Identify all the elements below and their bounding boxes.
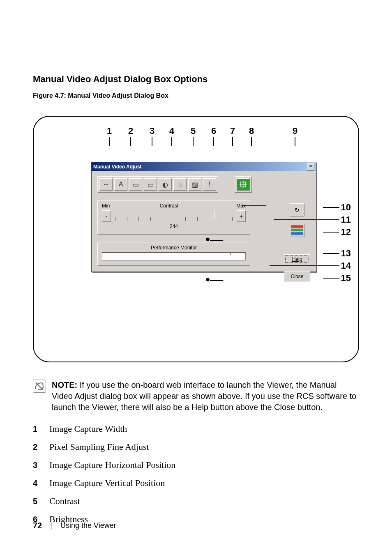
decrement-button[interactable]: - bbox=[102, 210, 111, 222]
contrast-icon[interactable]: ◐ bbox=[159, 178, 172, 191]
callout-2: 2 bbox=[128, 126, 133, 136]
callout-14: 14 bbox=[341, 260, 351, 271]
performance-bar bbox=[102, 252, 246, 260]
callout-15: 15 bbox=[341, 273, 351, 283]
list-num: 5 bbox=[33, 497, 39, 506]
toolbar-group-right bbox=[235, 176, 252, 193]
manual-video-adjust-dialog: Manual Video Adjust × ↔ A ▭ ▭ ◐ ☼ ▨ ! bbox=[91, 162, 316, 272]
figure-caption: Figure 4.7: Manual Video Adjust Dialog B… bbox=[33, 92, 359, 99]
width-icon[interactable]: ↔ bbox=[99, 178, 113, 191]
contrast-slider[interactable] bbox=[114, 211, 233, 221]
page-number: 72 bbox=[33, 521, 42, 530]
callout-6: 6 bbox=[211, 126, 216, 136]
list-item: Contrast bbox=[49, 496, 80, 507]
dialog-title: Manual Video Adjust bbox=[93, 164, 141, 170]
list-num: 3 bbox=[33, 461, 39, 470]
svg-rect-5 bbox=[291, 232, 303, 235]
vpos-icon[interactable]: ▭ bbox=[144, 178, 157, 191]
list-item: Image Capture Width bbox=[49, 424, 127, 434]
list-item: Image Capture Horizontal Position bbox=[49, 460, 175, 470]
refresh-icon[interactable]: ↻ bbox=[290, 203, 304, 216]
footer-section: Using the Viewer bbox=[60, 521, 116, 530]
slider-value: 244 bbox=[102, 223, 246, 229]
color-bars-icon[interactable] bbox=[290, 224, 304, 237]
pixel-icon[interactable]: A bbox=[114, 178, 127, 191]
dialog-titlebar[interactable]: Manual Video Adjust × bbox=[92, 162, 316, 171]
list-num: 2 bbox=[33, 442, 39, 452]
slider-name: Contrast bbox=[160, 203, 178, 209]
footer-sep: | bbox=[50, 521, 52, 530]
callout-11: 11 bbox=[341, 214, 351, 225]
callout-8: 8 bbox=[249, 126, 254, 136]
close-button[interactable]: Close bbox=[284, 272, 310, 281]
note-label: NOTE: bbox=[52, 380, 77, 389]
note-body: If you use the on-board web interface to… bbox=[52, 380, 356, 412]
increment-button[interactable]: + bbox=[237, 210, 246, 222]
close-icon[interactable]: × bbox=[307, 163, 314, 170]
performance-label: Performance Monitor bbox=[102, 245, 246, 251]
list-item: Pixel Sampling Fine Adjust bbox=[49, 442, 149, 452]
list-num: 1 bbox=[33, 424, 39, 434]
figure-box: 1 2 3 4 5 6 7 8 9 Manual Video Adjust × bbox=[33, 116, 359, 362]
toolbar-group-left: ↔ A ▭ ▭ ◐ ☼ ▨ ! bbox=[97, 176, 218, 193]
callout-9: 9 bbox=[293, 126, 297, 136]
noise-icon[interactable]: ▨ bbox=[188, 178, 201, 191]
min-label: Min bbox=[102, 203, 110, 209]
section-heading: Manual Video Adjust Dialog Box Options bbox=[33, 74, 359, 85]
hpos-icon[interactable]: ▭ bbox=[129, 178, 142, 191]
callout-5: 5 bbox=[191, 126, 196, 136]
priority-icon[interactable]: ! bbox=[203, 178, 216, 191]
svg-rect-4 bbox=[291, 229, 303, 231]
page-footer: 72 | Using the Viewer bbox=[33, 521, 116, 530]
note-text: NOTE: If you use the on-board web interf… bbox=[52, 380, 359, 413]
brightness-icon[interactable]: ☼ bbox=[173, 178, 187, 191]
callout-12: 12 bbox=[341, 227, 351, 237]
contrast-panel: Min Contrast Max - + 244 bbox=[97, 200, 250, 235]
callout-3: 3 bbox=[150, 126, 154, 136]
auto-adjust-icon[interactable] bbox=[237, 178, 250, 191]
callout-13: 13 bbox=[341, 248, 351, 259]
note-icon bbox=[33, 380, 46, 393]
callout-7: 7 bbox=[230, 126, 235, 136]
svg-rect-3 bbox=[291, 225, 303, 228]
callout-10: 10 bbox=[341, 202, 351, 213]
callout-1: 1 bbox=[107, 126, 112, 136]
options-list: 1Image Capture Width 2Pixel Sampling Fin… bbox=[33, 424, 359, 525]
callout-4: 4 bbox=[169, 126, 174, 136]
help-button[interactable]: Help bbox=[284, 254, 310, 264]
list-num: 4 bbox=[33, 479, 39, 488]
list-item: Image Capture Vertical Position bbox=[49, 478, 165, 488]
